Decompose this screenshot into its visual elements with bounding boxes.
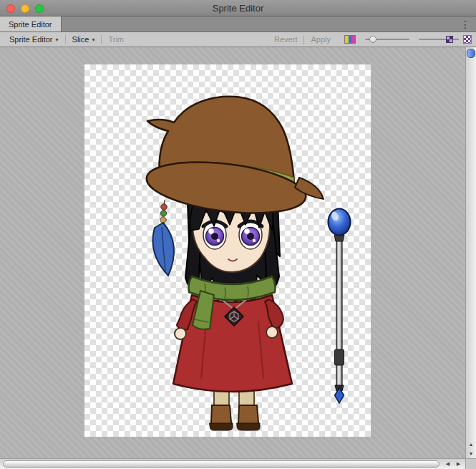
toolbar: Sprite Editor ▾ Slice ▾ Trim Revert Appl… [0,32,476,47]
chevron-down-icon: ▾ [56,37,59,43]
revert-button-label: Revert [274,35,297,44]
scrollbar-corner [465,458,476,469]
apply-button[interactable]: Apply [304,32,337,47]
zoom-slider-knob[interactable] [369,36,377,43]
texture-area [84,64,371,437]
zoom-button[interactable] [35,4,44,13]
tab-sprite-editor[interactable]: Sprite Editor [0,16,62,32]
vertical-scrollbar-thumb[interactable] [467,49,475,58]
scroll-down-arrow-icon[interactable]: ▼ [466,449,476,458]
sprite-canvas[interactable] [0,47,465,458]
sprite-editor-dropdown-label: Sprite Editor [9,35,53,44]
tab-bar: Sprite Editor ⋮ [0,16,476,32]
revert-button[interactable]: Revert [268,32,303,47]
scroll-right-arrow-icon[interactable]: ▶ [453,459,464,469]
zoom-slider[interactable] [365,39,409,40]
sprite-editor-dropdown[interactable]: Sprite Editor ▾ [3,32,65,47]
horizontal-scrollbar-thumb[interactable] [3,460,439,468]
scroll-up-arrow-icon[interactable]: ▲ [466,440,476,449]
scroll-left-arrow-icon[interactable]: ◀ [442,459,453,469]
staff-sprite [329,209,351,404]
window-title: Sprite Editor [0,3,476,14]
close-button[interactable] [6,4,15,13]
rgb-alpha-toggle-icon[interactable] [344,35,356,44]
trim-button[interactable]: Trim [102,32,130,47]
tab-label: Sprite Editor [9,20,52,29]
window-controls [6,4,44,13]
horizontal-scrollbar[interactable]: ◀ ▶ [0,458,465,469]
slice-dropdown-label: Slice [72,35,89,44]
minimize-button[interactable] [21,4,29,13]
kebab-menu-icon[interactable]: ⋮ [455,16,476,32]
character-sprite [144,97,324,430]
apply-button-label: Apply [311,35,331,44]
sprite-editor-window: Sprite Editor Sprite Editor ⋮ Sprite Edi… [0,0,476,469]
vertical-scrollbar[interactable]: ▲ ▼ [465,47,476,458]
chevron-down-icon: ▾ [92,37,94,43]
trim-button-label: Trim [108,35,124,44]
slice-dropdown[interactable]: Slice ▾ [66,32,102,47]
mip-slider-handle[interactable] [446,36,453,43]
window-titlebar: Sprite Editor [0,0,476,16]
mip-checker-icon [463,35,472,44]
sprite-image [84,64,371,437]
mip-slider[interactable] [419,39,459,40]
